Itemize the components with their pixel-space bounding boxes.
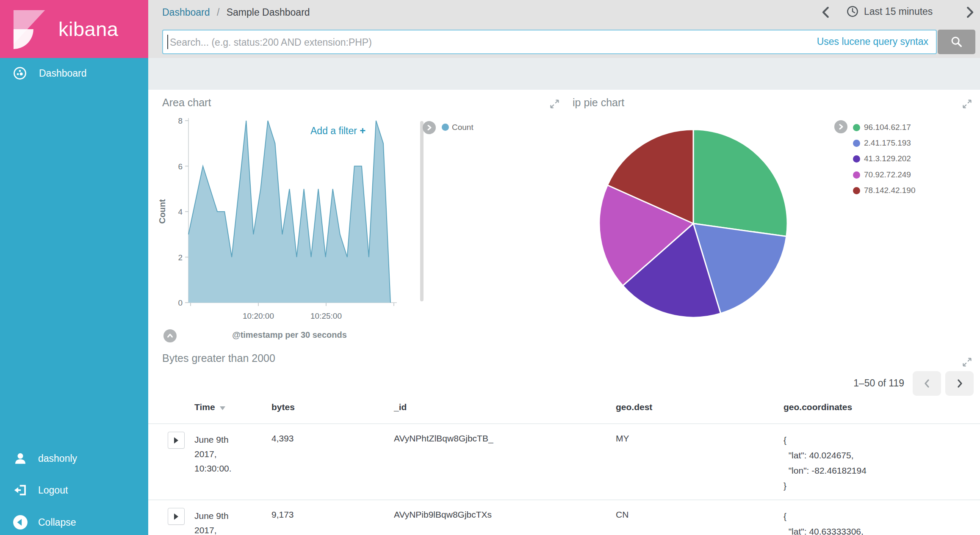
time-forward-button[interactable] bbox=[963, 5, 976, 19]
table-panel-title: Bytes greater than 2000 bbox=[162, 352, 275, 364]
area-chart-title: Area chart bbox=[162, 97, 211, 109]
pagination-next-button[interactable] bbox=[945, 371, 974, 396]
chevron-right-icon bbox=[837, 123, 845, 131]
breadcrumb-current-page: Sample Dashboard bbox=[227, 7, 310, 18]
table-row-divider bbox=[148, 499, 980, 500]
svg-text:8: 8 bbox=[178, 116, 183, 125]
cell-geo-coordinates: { "lat": 40.63333306, bbox=[783, 509, 864, 535]
pagination-prev-button[interactable] bbox=[913, 371, 941, 396]
sort-desc-icon bbox=[220, 406, 225, 410]
legend-dot bbox=[853, 155, 860, 163]
logout-button[interactable]: Logout bbox=[0, 478, 148, 502]
area-legend-collapse-toggle[interactable] bbox=[163, 329, 177, 342]
logout-label: Logout bbox=[38, 485, 68, 496]
collapse-label: Collapse bbox=[38, 517, 76, 528]
pie-chart-expand-icon[interactable] bbox=[961, 98, 973, 110]
cell-geo-dest: CN bbox=[616, 510, 628, 520]
svg-text:@timestamp per 30 seconds: @timestamp per 30 seconds bbox=[232, 330, 347, 339]
sidebar-user[interactable]: dashonly bbox=[0, 447, 148, 470]
column-header-id[interactable]: _id bbox=[394, 402, 407, 412]
expand-row-button[interactable] bbox=[168, 432, 185, 449]
breadcrumb: Dashboard / Sample Dashboard bbox=[162, 7, 310, 18]
cell-geo-dest: MY bbox=[616, 433, 629, 444]
timepicker-label: Last 15 minutes bbox=[864, 6, 933, 17]
legend-dot bbox=[853, 140, 860, 147]
chevron-up-icon bbox=[166, 332, 174, 340]
cell-geo-coordinates: { "lat": 40.024675, "lon": -82.46182194 … bbox=[783, 433, 866, 494]
cell-bytes: 9,173 bbox=[271, 510, 294, 520]
pie-slice[interactable] bbox=[693, 130, 787, 237]
kibana-logo[interactable]: kibana bbox=[0, 0, 148, 58]
collapse-button[interactable]: Collapse bbox=[0, 510, 148, 534]
cell-bytes: 4,393 bbox=[271, 433, 294, 444]
area-chart[interactable]: 0246810:20:0010:25:00@timestamp per 30 s… bbox=[173, 114, 427, 343]
lucene-syntax-link[interactable]: Uses lucene query syntax bbox=[817, 36, 928, 47]
collapse-icon bbox=[13, 515, 28, 530]
cell-id: AVyNPhtZlBqw8GjbcTB_ bbox=[394, 433, 493, 444]
sidebar-item-label: Dashboard bbox=[39, 68, 87, 79]
area-chart-ylabel: Count bbox=[158, 199, 167, 224]
svg-text:4: 4 bbox=[178, 207, 183, 216]
kibana-logo-icon bbox=[12, 8, 49, 50]
sidebar: kibana Dashboard dashonly Logout bbox=[0, 0, 148, 535]
legend-dot bbox=[853, 124, 860, 131]
svg-text:10:20:00: 10:20:00 bbox=[243, 312, 274, 320]
legend-item[interactable]: 96.104.62.17 bbox=[853, 123, 911, 132]
time-back-button[interactable] bbox=[819, 5, 832, 19]
area-legend-toggle[interactable] bbox=[423, 121, 436, 134]
chevron-left-icon bbox=[922, 378, 933, 389]
svg-text:2: 2 bbox=[178, 253, 183, 262]
search-bar: Uses lucene query syntax bbox=[162, 30, 937, 54]
column-header-geo-coordinates[interactable]: geo.coordinates bbox=[783, 402, 852, 412]
dashboard-icon bbox=[13, 66, 27, 80]
legend-item[interactable]: 41.3.129.202 bbox=[853, 154, 911, 163]
chevron-right-icon bbox=[954, 378, 965, 389]
filter-bar: Add a filter + bbox=[148, 58, 980, 90]
cell-id: AVyNPib9lBqw8GjbcTXs bbox=[394, 510, 492, 520]
legend-dot bbox=[853, 171, 860, 179]
legend-item[interactable]: 78.142.42.190 bbox=[853, 186, 916, 195]
svg-text:0: 0 bbox=[178, 298, 183, 307]
chevron-left-icon bbox=[819, 5, 832, 19]
chevron-right-icon bbox=[963, 5, 976, 19]
breadcrumb-separator: / bbox=[217, 7, 219, 18]
pie-chart[interactable] bbox=[596, 126, 791, 321]
legend-item[interactable]: 2.41.175.193 bbox=[853, 138, 911, 148]
legend-divider[interactable] bbox=[420, 121, 424, 301]
clock-icon bbox=[846, 5, 859, 18]
svg-text:6: 6 bbox=[178, 162, 183, 171]
brand-name: kibana bbox=[58, 17, 119, 41]
area-legend-label[interactable]: Count bbox=[452, 123, 473, 132]
expand-row-button[interactable] bbox=[168, 508, 185, 525]
area-legend-dot bbox=[442, 124, 449, 131]
pie-chart-title: ip pie chart bbox=[573, 97, 624, 109]
column-header-bytes[interactable]: bytes bbox=[271, 402, 295, 412]
column-header-time[interactable]: Time bbox=[194, 402, 225, 412]
column-header-geo-dest[interactable]: geo.dest bbox=[616, 402, 652, 412]
caret-right-icon bbox=[174, 513, 178, 520]
search-icon bbox=[950, 35, 963, 49]
caret-right-icon bbox=[174, 437, 178, 444]
pie-legend-toggle[interactable] bbox=[834, 120, 847, 133]
svg-text:10:25:00: 10:25:00 bbox=[310, 312, 342, 320]
table-header-divider bbox=[148, 423, 980, 424]
text-caret bbox=[167, 35, 168, 49]
search-input[interactable] bbox=[169, 30, 806, 54]
area-chart-expand-icon[interactable] bbox=[549, 98, 560, 110]
legend-dot bbox=[853, 187, 860, 194]
table-panel-expand-icon[interactable] bbox=[961, 356, 973, 368]
sidebar-item-dashboard[interactable]: Dashboard bbox=[0, 58, 148, 88]
logout-icon bbox=[13, 483, 28, 497]
username-label: dashonly bbox=[38, 453, 77, 464]
timepicker-button[interactable]: Last 15 minutes bbox=[846, 5, 933, 18]
breadcrumb-dashboard-link[interactable]: Dashboard bbox=[162, 7, 210, 18]
legend-item[interactable]: 70.92.72.249 bbox=[853, 170, 911, 179]
pagination-label: 1–50 of 119 bbox=[796, 378, 904, 389]
search-button[interactable] bbox=[938, 30, 975, 54]
cell-time: June 9th 2017, 10:30:00. bbox=[194, 433, 232, 476]
cell-time: June 9th 2017, bbox=[194, 509, 229, 535]
user-icon bbox=[13, 451, 28, 466]
chevron-right-icon bbox=[425, 124, 433, 132]
